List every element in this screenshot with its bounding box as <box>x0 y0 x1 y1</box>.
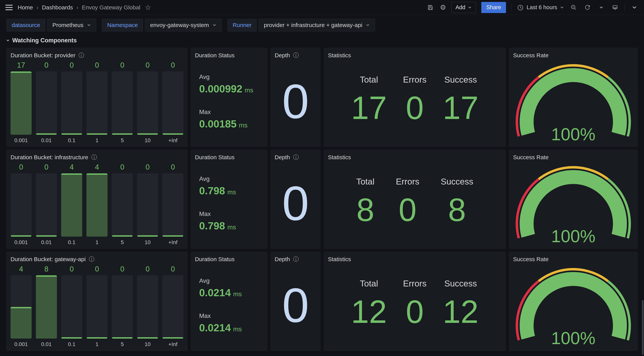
info-icon[interactable]: ⓘ <box>293 256 299 262</box>
add-button[interactable]: Add <box>452 2 476 13</box>
chevron-down-icon <box>468 5 472 10</box>
bar-fill <box>162 133 184 135</box>
bucket-bar-column: 0+Inf <box>162 61 184 144</box>
bucket-bar-column: 01 <box>86 61 108 144</box>
bucket-bar-column: 0+Inf <box>162 163 184 246</box>
variable-value-datasource[interactable]: Prometheus <box>47 19 96 32</box>
success-rate-gauge: 100% <box>513 60 634 144</box>
bar-fill <box>86 174 108 237</box>
settings-gear-icon[interactable]: ⚙ <box>440 4 446 11</box>
row-toggle-watching-components[interactable]: Watching Components <box>6 36 77 44</box>
breadcrumb-dashboards[interactable]: Dashboards <box>42 4 73 11</box>
info-icon[interactable]: ⓘ <box>293 154 299 160</box>
max-unit: ms <box>239 122 248 129</box>
panel-header[interactable]: Depth ⓘ <box>275 51 316 60</box>
statistics-body: Total 12 Errors 0 Success 12 <box>328 264 502 348</box>
panel-header[interactable]: Depth ⓘ <box>275 153 316 162</box>
panel-header[interactable]: Statistics <box>328 153 502 162</box>
panel-header[interactable]: Duration Status <box>195 255 263 264</box>
topbar-actions: ⚙ Add Share Last 6 hours <box>426 2 639 13</box>
bar-track <box>137 72 158 135</box>
panel-header[interactable]: Duration Bucket: gateway-api ⓘ <box>10 255 184 264</box>
vertical-scrollbar[interactable] <box>642 300 644 355</box>
share-button[interactable]: Share <box>481 2 506 13</box>
bar-track <box>36 72 57 135</box>
panel-success-rate-provider: Success Rate 100% <box>509 48 638 147</box>
panel-header[interactable]: Statistics <box>328 255 502 264</box>
panel-header[interactable]: Statistics <box>328 51 502 60</box>
bar-value-label: 0 <box>112 61 133 72</box>
panel-header[interactable]: Duration Status <box>195 51 263 60</box>
bar-fill <box>86 337 108 338</box>
variable-namespace: Namespace envoy-gateway-system <box>102 19 222 32</box>
panel-header[interactable]: Success Rate <box>513 255 634 264</box>
panel-title: Depth <box>275 256 290 262</box>
stat-value: 12 <box>351 297 387 326</box>
kiosk-monitor-icon[interactable] <box>611 3 619 12</box>
bar-fill <box>162 337 184 338</box>
panel-header[interactable]: Duration Status <box>195 153 263 162</box>
top-navigation-bar: Home › Dashboards › Envoy Gateway Global… <box>0 0 644 15</box>
duration-bucket-chart: 00.00100.0140.141050100+Inf <box>10 163 184 246</box>
panel-header[interactable]: Success Rate <box>513 51 634 60</box>
bar-axis-label: +Inf <box>162 338 184 348</box>
refresh-interval-chevron-icon[interactable] <box>597 3 606 12</box>
statistics-body: Total 17 Errors 0 Success 17 <box>328 60 502 144</box>
bar-axis-label: 0.001 <box>10 237 32 246</box>
gauge-svg: 100% <box>513 162 634 246</box>
collapse-topbar-chevron-icon[interactable] <box>630 3 639 12</box>
bar-track <box>61 72 82 135</box>
info-icon[interactable]: ⓘ <box>293 52 299 58</box>
bar-value-label: 0 <box>86 265 108 275</box>
panel-header[interactable]: Duration Bucket: infrastructure ⓘ <box>10 153 184 162</box>
save-dashboard-icon[interactable] <box>426 3 434 12</box>
bar-fill <box>162 235 184 237</box>
avg-label: Avg <box>199 277 263 284</box>
bucket-bar-column: 00.001 <box>10 163 32 246</box>
chevron-down-icon <box>366 23 370 27</box>
info-icon[interactable]: ⓘ <box>78 52 84 58</box>
add-button-label: Add <box>456 4 465 10</box>
panel-title: Statistics <box>328 256 351 262</box>
bar-value-label: 0 <box>112 163 133 174</box>
bar-axis-label: 0.01 <box>36 135 57 144</box>
gauge-value-text: 100% <box>551 124 596 144</box>
bar-track <box>112 275 133 338</box>
variable-value-runner[interactable]: provider + infrastructure + gateway-api <box>258 19 375 32</box>
depth-body: 0 <box>275 264 316 348</box>
menu-icon[interactable] <box>5 5 13 10</box>
star-icon[interactable]: ☆ <box>145 4 151 11</box>
info-icon[interactable]: ⓘ <box>89 256 94 262</box>
bar-value-label: 0 <box>61 265 82 275</box>
variable-label-datasource: datasource <box>6 19 45 32</box>
bucket-bar-column: 00.01 <box>36 163 57 246</box>
avg-unit: ms <box>233 290 242 298</box>
panel-title: Depth <box>275 52 290 59</box>
bar-fill <box>86 133 108 135</box>
bucket-bar-column: 010 <box>137 61 158 144</box>
bucket-bar-column: 010 <box>137 163 158 246</box>
depth-body: 0 <box>275 60 316 144</box>
variable-value-namespace[interactable]: envoy-gateway-system <box>145 19 222 32</box>
panel-header[interactable]: Success Rate <box>513 153 634 162</box>
panel-header[interactable]: Depth ⓘ <box>275 255 316 264</box>
bar-track <box>61 174 82 237</box>
bar-axis-label: 1 <box>86 237 108 246</box>
refresh-icon[interactable] <box>583 3 592 12</box>
panel-success-rate-infrastructure: Success Rate 100% <box>509 150 638 249</box>
bar-axis-label: 0.01 <box>36 237 57 246</box>
breadcrumb-home[interactable]: Home <box>18 4 33 11</box>
chevron-down-icon <box>87 23 91 27</box>
max-unit: ms <box>227 224 236 231</box>
clock-icon <box>517 4 524 11</box>
row-title: Watching Components <box>12 37 77 44</box>
info-icon[interactable]: ⓘ <box>91 154 97 160</box>
panel-title: Statistics <box>328 52 351 59</box>
zoom-out-icon[interactable] <box>570 3 578 12</box>
bar-track <box>10 275 32 338</box>
time-range-picker[interactable]: Last 6 hours <box>517 4 564 11</box>
bar-axis-label: 0.01 <box>36 338 57 348</box>
stat-label: Errors <box>403 278 427 288</box>
panel-header[interactable]: Duration Bucket: provider ⓘ <box>10 51 184 60</box>
panel-depth-gateway-api: Depth ⓘ 0 <box>271 252 320 351</box>
